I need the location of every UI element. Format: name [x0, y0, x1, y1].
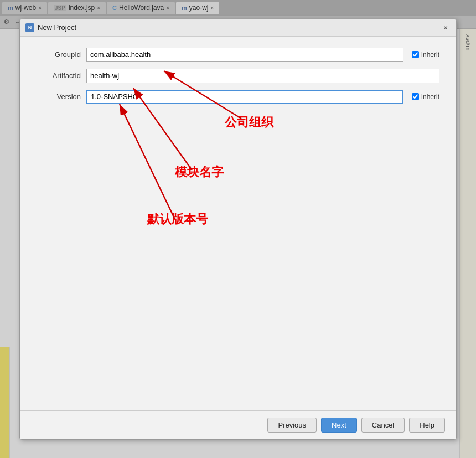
version-inherit-label: Inherit [421, 93, 439, 101]
cancel-button[interactable]: Cancel [361, 418, 405, 433]
groupid-inherit-container: Inherit [412, 51, 439, 59]
groupid-input[interactable] [86, 48, 403, 62]
version-label: Version [37, 92, 81, 101]
annotation-morenbanben: 默认版本号 [147, 211, 208, 228]
dialog-title: New Project [38, 23, 437, 32]
dialog-icon: N [25, 23, 34, 32]
dialog-icon-text: N [28, 25, 32, 30]
groupid-row: GroupId Inherit [37, 48, 439, 62]
version-row: Version Inherit [37, 90, 439, 104]
version-inherit-container: Inherit [412, 93, 439, 101]
svg-line-3 [120, 104, 175, 219]
annotation-gongsi-zuzi: 公司组织 [225, 114, 273, 131]
dialog-footer: Previous Next Cancel Help [20, 410, 456, 439]
version-input[interactable] [86, 90, 403, 104]
groupid-label: GroupId [37, 50, 81, 59]
artifactid-input[interactable] [86, 69, 439, 83]
annotation-mokuai-mingzi: 模块名字 [175, 164, 224, 181]
dialog-overlay: N New Project × GroupId Inherit Artifact… [0, 0, 476, 458]
next-button[interactable]: Next [321, 418, 357, 433]
dialog-titlebar: N New Project × [20, 19, 456, 37]
groupid-inherit-label: Inherit [421, 51, 439, 59]
dialog-close-button[interactable]: × [441, 23, 451, 33]
help-button[interactable]: Help [409, 418, 445, 433]
new-project-dialog: N New Project × GroupId Inherit Artifact… [19, 19, 457, 440]
version-inherit-checkbox[interactable] [412, 93, 419, 100]
artifactid-row: ArtifactId [37, 69, 439, 83]
artifactid-label: ArtifactId [37, 71, 81, 80]
groupid-inherit-checkbox[interactable] [412, 51, 419, 58]
dialog-content: GroupId Inherit ArtifactId Version Inher… [20, 37, 456, 410]
previous-button[interactable]: Previous [267, 418, 317, 433]
